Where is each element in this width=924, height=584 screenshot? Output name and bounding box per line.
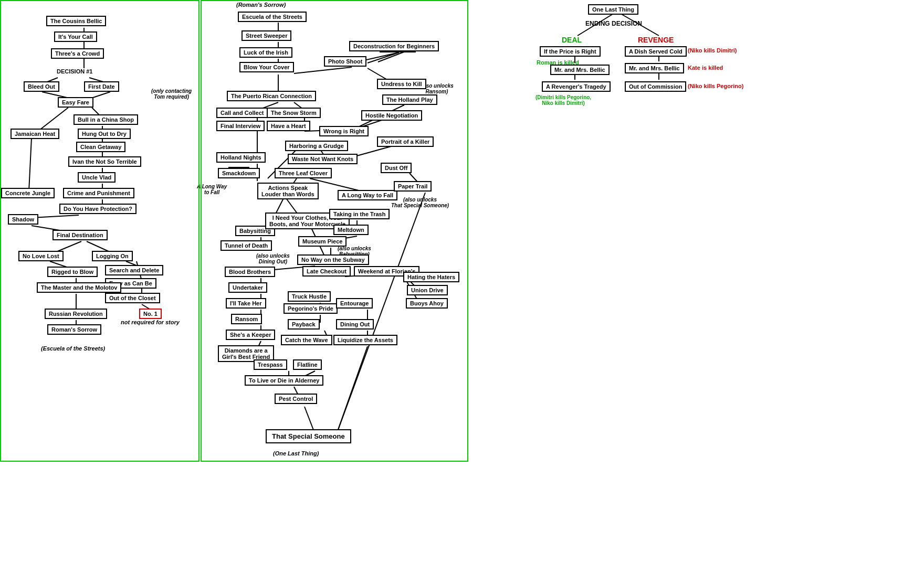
liquidize-assets-node: Liquidize the Assets (333, 335, 397, 345)
ill-take-her-node: I'll Take Her (226, 298, 266, 309)
escuela-streets-node: Escuela of the Streets (238, 12, 307, 22)
that-special-someone-node: That Special Someone (266, 429, 351, 443)
call-collect-node: Call and Collect (216, 108, 268, 118)
no-love-lost-node: No Love Lost (18, 251, 64, 261)
if-price-right-node: If the Price is Right (540, 46, 601, 57)
uncle-vlad-node: Uncle Vlad (78, 172, 116, 183)
rigged-blow-node: Rigged to Blow (47, 267, 98, 277)
logging-on-node: Logging On (92, 251, 133, 261)
blow-cover-node: Blow Your Cover (239, 62, 294, 72)
svg-line-83 (578, 12, 617, 36)
flatline-node: Flatline (293, 359, 322, 370)
one-last-thing-top-node: One Last Thing (588, 4, 638, 15)
trespass-node: Trespass (254, 359, 287, 370)
entourage-node: Entourage (336, 298, 373, 309)
taking-trash-node: Taking in the Trash (329, 209, 390, 219)
three-leaf-node: Three Leaf Clover (275, 168, 332, 178)
blood-brothers-node: Blood Brothers (225, 267, 275, 277)
tunnel-death-node: Tunnel of Death (220, 240, 272, 251)
deconstruction-node: Deconstruction for Beginners (349, 41, 439, 51)
holland-nights-node: Holland Nights (216, 152, 266, 163)
undress-kill-node: Undress to Kill (377, 79, 426, 89)
its-your-call-node: It's Your Call (54, 31, 97, 42)
dust-off-node: Dust Off (381, 163, 412, 173)
threes-crowd-node: Three's a Crowd (51, 48, 104, 59)
bull-china-node: Bull in a China Shop (74, 114, 138, 125)
no1-node: No. 1 (139, 309, 162, 319)
live-die-alderney-node: To Live or Die in Alderney (245, 375, 323, 386)
romans-sorrow-node: Roman's Sorrow (47, 324, 101, 335)
no-way-subway-node: No Way on the Subway (297, 254, 369, 265)
crime-punishment-node: Crime and Punishment (63, 188, 134, 198)
museum-piece-node: Museum Piece (298, 236, 346, 247)
out-commission-node: Out of Commission (625, 81, 686, 92)
cousins-bellic-node: The Cousins Bellic (46, 16, 106, 26)
undertaker-node: Undertaker (228, 282, 267, 293)
luck-irish-node: Luck of the Irish (239, 47, 292, 58)
actions-speak-node: Actions Speak Louder than Words (257, 183, 319, 199)
have-heart-node: Have a Heart (267, 121, 310, 131)
ivan-node: Ivan the Not So Terrible (68, 156, 141, 167)
smackdown-node: Smackdown (218, 168, 260, 178)
hung-out-node: Hung Out to Dry (78, 129, 131, 139)
pegorinos-pride-node: Pegorino's Pride (284, 303, 338, 314)
final-destination-node: Final Destination (52, 230, 108, 240)
dining-out-node: Dining Out (336, 319, 374, 330)
concrete-jungle-node: Concrete Jungle (1, 188, 55, 198)
svg-line-16 (32, 215, 79, 218)
puerto-rican-node: The Puerto Rican Connection (227, 91, 316, 101)
portrait-killer-node: Portrait of a Killer (377, 136, 434, 147)
meltdown-node: Meltdown (333, 225, 369, 235)
payback-node: Payback (288, 319, 320, 330)
pest-control-node: Pest Control (275, 394, 317, 404)
late-checkout-node: Late Checkout (302, 266, 351, 277)
street-sweeper-node: Street Sweeper (242, 30, 291, 41)
flowchart-container: The Cousins Bellic It's Your Call Three'… (0, 0, 924, 584)
hostile-neg-node: Hostile Negotiation (361, 110, 422, 121)
jamaican-heat-node: Jamaican Heat (10, 129, 59, 139)
shadow-node: Shadow (8, 214, 38, 225)
mr-mrs-bellic-deal-node: Mr. and Mrs. Bellic (550, 65, 610, 75)
revengers-tragedy-node: A Revenger's Tragedy (542, 81, 611, 92)
truck-hustle-node: Truck Hustle (288, 291, 331, 302)
master-molotov-node: The Master and the Molotov (37, 282, 121, 293)
photo-shoot-node: Photo Shoot (324, 56, 366, 67)
hating-haters-node: Hating the Haters (403, 272, 459, 282)
buoys-ahoy-node: Buoys Ahoy (406, 298, 448, 309)
paper-trail-node: Paper Trail (394, 181, 432, 192)
catch-wave-node: Catch the Wave (281, 335, 332, 345)
shes-keeper-node: She's a Keeper (226, 330, 275, 340)
search-delete-node: Search and Delete (105, 265, 163, 275)
right-section-lines (0, 0, 924, 157)
waste-knots-node: Waste Not Want Knots (288, 154, 358, 164)
final-interview-node: Final Interview (216, 121, 265, 131)
first-date-node: First Date (84, 81, 119, 92)
long-way-fall-node: A Long Way to Fall (338, 190, 397, 200)
mr-mrs-bellic-rev-node: Mr. and Mrs. Bellic (625, 63, 684, 73)
out-closet-node: Out of the Closet (105, 293, 160, 303)
russian-revolution-node: Russian Revolution (45, 309, 107, 319)
svg-line-84 (617, 12, 659, 36)
snow-storm-node: The Snow Storm (267, 108, 321, 118)
clean-getaway-node: Clean Getaway (76, 142, 125, 152)
do-you-have-node: Do You Have Protection? (59, 204, 136, 214)
easy-fare-node: Easy Fare (58, 97, 93, 108)
bleed-out-node: Bleed Out (24, 81, 59, 92)
union-drive-node: Union Drive (407, 285, 448, 295)
ransom-node: Ransom (231, 314, 262, 324)
holland-play-node: The Holland Play (382, 94, 437, 105)
harboring-grudge-node: Harboring a Grudge (285, 141, 348, 151)
dish-cold-node: A Dish Served Cold (625, 46, 687, 57)
wrong-right-node: Wrong is Right (319, 126, 369, 136)
